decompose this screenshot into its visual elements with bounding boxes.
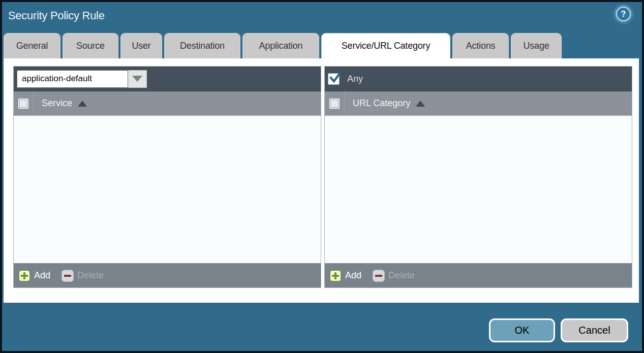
tab-general[interactable]: General bbox=[4, 33, 60, 58]
service-column-header[interactable]: Service bbox=[42, 98, 87, 109]
tab-destination[interactable]: Destination bbox=[164, 33, 240, 58]
url-category-column-header[interactable]: URL Category bbox=[353, 98, 425, 109]
tab-label: Service/URL Category bbox=[342, 41, 430, 51]
service-select-all-checkbox[interactable] bbox=[18, 99, 28, 109]
url-category-list bbox=[325, 116, 632, 263]
add-label: Add bbox=[34, 270, 50, 281]
cancel-label: Cancel bbox=[578, 325, 610, 336]
help-icon-glyph: ? bbox=[621, 10, 626, 19]
url-category-topbar: Any bbox=[325, 67, 632, 91]
any-row: Any bbox=[328, 73, 363, 85]
cancel-button[interactable]: Cancel bbox=[561, 318, 628, 342]
tab-label: General bbox=[16, 41, 48, 51]
tab-label: Application bbox=[259, 41, 303, 51]
sort-ascending-icon bbox=[416, 101, 425, 107]
service-list bbox=[14, 116, 321, 263]
tab-label: Usage bbox=[523, 41, 549, 51]
security-policy-rule-dialog: Security Policy Rule ? General Source Us… bbox=[2, 2, 642, 351]
any-label: Any bbox=[347, 74, 363, 84]
delete-icon bbox=[373, 270, 385, 282]
tab-usage[interactable]: Usage bbox=[511, 33, 562, 58]
tab-label: User bbox=[132, 41, 150, 51]
url-category-table-header: URL Category bbox=[325, 91, 632, 116]
service-delete-button[interactable]: Delete bbox=[62, 270, 104, 282]
url-category-delete-button[interactable]: Delete bbox=[373, 270, 415, 282]
ok-button[interactable]: OK bbox=[489, 318, 555, 342]
delete-label: Delete bbox=[388, 270, 415, 281]
tab-bar: General Source User Destination Applicat… bbox=[4, 33, 640, 58]
tab-content: Service Add Delete bbox=[4, 58, 639, 303]
url-category-panel: Any URL Category Add bbox=[324, 66, 632, 288]
chevron-down-icon bbox=[132, 76, 142, 82]
delete-icon bbox=[62, 270, 74, 282]
add-label: Add bbox=[345, 270, 361, 281]
url-category-column-label: URL Category bbox=[353, 98, 410, 109]
tab-application[interactable]: Application bbox=[242, 33, 319, 58]
service-select-all-cell bbox=[14, 91, 34, 115]
any-checkbox[interactable] bbox=[328, 73, 340, 85]
service-type-input[interactable] bbox=[17, 70, 128, 88]
service-panel: Service Add Delete bbox=[13, 66, 321, 288]
tab-label: Source bbox=[76, 41, 105, 51]
tab-source[interactable]: Source bbox=[63, 33, 118, 58]
add-icon bbox=[18, 270, 30, 282]
delete-label: Delete bbox=[77, 270, 104, 281]
service-column-label: Service bbox=[42, 98, 72, 109]
tab-label: Actions bbox=[466, 41, 496, 51]
service-type-combo bbox=[17, 70, 147, 88]
url-category-footer: Add Delete bbox=[325, 263, 632, 287]
service-add-button[interactable]: Add bbox=[18, 270, 50, 282]
dialog-title: Security Policy Rule bbox=[8, 9, 105, 22]
sort-ascending-icon bbox=[78, 101, 87, 107]
title-bar: Security Policy Rule ? bbox=[2, 2, 642, 33]
url-category-add-button[interactable]: Add bbox=[329, 270, 361, 282]
tab-user[interactable]: User bbox=[120, 33, 162, 58]
url-category-select-all-cell bbox=[325, 91, 345, 115]
service-type-dropdown-button[interactable] bbox=[128, 70, 147, 88]
check-icon bbox=[329, 72, 341, 84]
service-topbar bbox=[14, 67, 321, 91]
tab-label: Destination bbox=[180, 41, 225, 51]
tab-service-url-category[interactable]: Service/URL Category bbox=[321, 33, 450, 58]
service-table-header: Service bbox=[14, 91, 321, 116]
ok-label: OK bbox=[515, 325, 530, 336]
url-category-select-all-checkbox[interactable] bbox=[329, 99, 340, 109]
service-footer: Add Delete bbox=[14, 263, 321, 287]
tab-actions[interactable]: Actions bbox=[452, 33, 509, 58]
help-icon[interactable]: ? bbox=[616, 7, 631, 21]
add-icon bbox=[329, 270, 342, 282]
